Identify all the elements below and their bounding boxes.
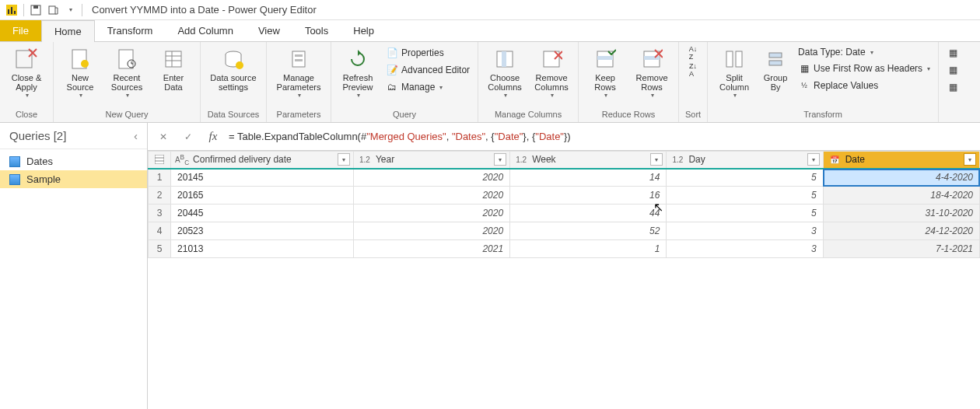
fx-button[interactable]: fx: [204, 128, 222, 146]
svg-rect-12: [166, 51, 181, 67]
manage-button[interactable]: 🗂Manage: [383, 79, 473, 95]
tab-tools[interactable]: Tools: [292, 20, 341, 41]
table-row[interactable]: 5210132021137-1-2021: [149, 240, 980, 258]
tab-file[interactable]: File: [0, 20, 41, 41]
choose-columns-button[interactable]: Choose Columns: [483, 45, 527, 100]
cell[interactable]: 3: [667, 240, 823, 258]
titlebar: Convert YYMMD into a Date - Power Query …: [0, 0, 980, 20]
table-row[interactable]: 12014520201454-4-2020: [149, 169, 980, 187]
combine-files-button[interactable]: ▦: [943, 79, 962, 95]
table-icon: [9, 174, 20, 185]
cell[interactable]: 4-4-2020: [823, 169, 979, 187]
refresh-preview-button[interactable]: Refresh Preview: [336, 45, 380, 100]
merge-queries-button[interactable]: ▦: [943, 45, 962, 61]
filter-icon[interactable]: ▾: [494, 153, 506, 166]
manage-parameters-button[interactable]: Manage Parameters: [271, 45, 326, 100]
group-by-button[interactable]: Group By: [759, 45, 792, 93]
keep-rows-button[interactable]: Keep Rows: [583, 45, 627, 100]
filter-icon[interactable]: ▾: [807, 153, 820, 166]
cell[interactable]: 5: [667, 169, 823, 187]
filter-icon[interactable]: ▾: [650, 153, 663, 166]
group-transform-label: Transform: [712, 108, 933, 122]
cancel-formula-button[interactable]: ✕: [154, 128, 173, 146]
cell[interactable]: 2020: [353, 169, 509, 187]
cell[interactable]: 2020: [353, 187, 509, 204]
recent-sources-button[interactable]: Recent Sources: [105, 45, 149, 100]
cell[interactable]: 52: [510, 222, 667, 240]
close-apply-button[interactable]: Close & Apply: [5, 45, 48, 100]
append-queries-button[interactable]: ▦: [943, 62, 962, 78]
col-header-week[interactable]: 1.2Week▾: [510, 152, 667, 169]
cell[interactable]: 44: [510, 204, 667, 222]
tab-help[interactable]: Help: [341, 20, 387, 41]
cell[interactable]: 2021: [353, 240, 509, 258]
cell[interactable]: 1: [510, 240, 667, 258]
table-row[interactable]: 220165202016518-4-2020: [149, 187, 980, 204]
sort-asc-button[interactable]: A↓Z: [684, 45, 702, 61]
new-source-button[interactable]: New Source: [58, 45, 102, 100]
tab-add-column[interactable]: Add Column: [165, 20, 246, 41]
cell[interactable]: 20145: [171, 169, 354, 187]
cell[interactable]: 18-4-2020: [823, 187, 979, 204]
data-type-button[interactable]: Data Type: Date: [795, 45, 933, 59]
cell[interactable]: 14: [510, 169, 667, 187]
replace-values-icon: ½: [798, 79, 810, 92]
table-row[interactable]: 320445202044531-10-2020: [149, 204, 980, 222]
cell[interactable]: 3: [667, 222, 823, 240]
advanced-editor-button[interactable]: 📝Advanced Editor: [383, 62, 473, 78]
save-icon[interactable]: [29, 3, 43, 17]
cell[interactable]: 20445: [171, 204, 354, 222]
cell[interactable]: 16: [510, 187, 667, 204]
col-header-confirmed[interactable]: ABCConfirmed delivery date▾: [171, 152, 354, 169]
table-row[interactable]: 420523202052324-12-2020: [149, 222, 980, 240]
row-number[interactable]: 5: [149, 240, 171, 258]
cell[interactable]: 21013: [171, 240, 354, 258]
cell[interactable]: 31-10-2020: [823, 204, 979, 222]
enter-data-button[interactable]: Enter Data: [152, 45, 195, 93]
filter-icon[interactable]: ▾: [338, 153, 350, 166]
cell[interactable]: 24-12-2020: [823, 222, 979, 240]
collapse-pane-icon[interactable]: ‹: [134, 129, 138, 142]
first-row-headers-button[interactable]: ▦Use First Row as Headers: [795, 61, 933, 76]
row-number[interactable]: 2: [149, 187, 171, 204]
tab-home[interactable]: Home: [41, 20, 95, 42]
filter-icon[interactable]: ▾: [964, 153, 976, 166]
row-number[interactable]: 1: [149, 169, 171, 187]
commit-formula-button[interactable]: ✓: [179, 128, 198, 146]
cell[interactable]: 5: [667, 187, 823, 204]
cell[interactable]: 5: [667, 204, 823, 222]
remove-columns-button[interactable]: Remove Columns: [530, 45, 573, 100]
svg-rect-28: [726, 51, 733, 67]
data-source-settings-button[interactable]: Data source settings: [205, 45, 261, 93]
col-header-date[interactable]: 📅Date▾: [823, 152, 979, 169]
close-apply-icon: [14, 47, 39, 72]
qat-dropdown-icon[interactable]: [63, 3, 77, 17]
col-header-day[interactable]: 1.2Day▾: [667, 152, 823, 169]
cell[interactable]: 20165: [171, 187, 354, 204]
remove-rows-button[interactable]: Remove Rows: [630, 45, 674, 100]
tab-transform[interactable]: Transform: [95, 20, 166, 41]
row-number[interactable]: 4: [149, 222, 171, 240]
row-number[interactable]: 3: [149, 204, 171, 222]
select-all-corner[interactable]: [149, 152, 171, 169]
type-decimal-icon: 1.2: [357, 156, 373, 164]
cell[interactable]: 7-1-2021: [823, 240, 979, 258]
cell[interactable]: 2020: [353, 222, 509, 240]
split-column-button[interactable]: Split Column: [712, 45, 756, 100]
data-grid[interactable]: ABCConfirmed delivery date▾ 1.2Year▾ 1.2…: [148, 151, 980, 409]
col-header-year[interactable]: 1.2Year▾: [353, 152, 509, 169]
cell[interactable]: 20523: [171, 222, 354, 240]
query-item-sample[interactable]: Sample: [0, 170, 147, 188]
replace-values-button[interactable]: ½Replace Values: [795, 78, 933, 93]
tab-view[interactable]: View: [246, 20, 292, 41]
properties-button[interactable]: 📄Properties: [383, 45, 473, 61]
formula-input[interactable]: = Table.ExpandTableColumn(#"Merged Queri…: [229, 131, 974, 142]
formula-bar: ✕ ✓ fx = Table.ExpandTableColumn(#"Merge…: [148, 123, 980, 151]
advanced-editor-icon: 📝: [386, 64, 398, 76]
cell[interactable]: 2020: [353, 204, 509, 222]
manage-parameters-icon: [286, 47, 311, 72]
sort-desc-button[interactable]: Z↓A: [684, 62, 702, 78]
undo-icon[interactable]: [46, 3, 60, 17]
query-item-dates[interactable]: Dates: [0, 152, 147, 170]
svg-rect-5: [33, 5, 38, 9]
